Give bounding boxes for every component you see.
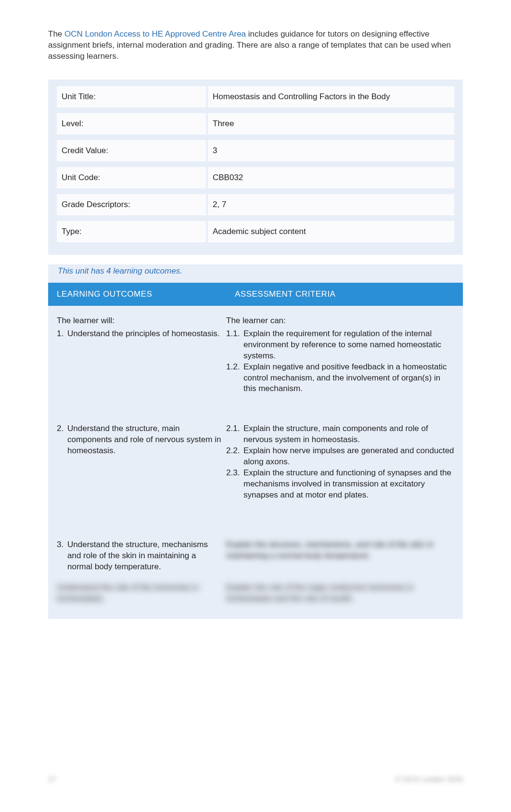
ac-number: 1.2. bbox=[226, 362, 243, 395]
page-footer: 27 © OCN London 2020 bbox=[48, 775, 463, 783]
ac-text: Explain how nerve impulses are generated… bbox=[243, 445, 454, 468]
lo-text: Understand the structure, main component… bbox=[67, 423, 221, 457]
table-row: Type: Academic subject content bbox=[48, 219, 463, 244]
lo-cell-blurred: Understand the role of the hormones in h… bbox=[57, 582, 226, 604]
grade-descriptors-label: Grade Descriptors: bbox=[57, 194, 206, 215]
table-row: Credit Value: 3 bbox=[48, 138, 463, 163]
ac-number: 2.3. bbox=[226, 468, 243, 501]
learner-can-text: The learner can: bbox=[226, 315, 454, 327]
ac-number: 2.1. bbox=[226, 423, 243, 445]
ac-cell-blurred: Explain the role of the major endocrine … bbox=[226, 582, 454, 604]
ac-number: 1.1. bbox=[226, 328, 243, 362]
unit-title-value: Homeostasis and Controlling Factors in t… bbox=[208, 86, 454, 107]
ac-cell: The learner can: 1.1. Explain the requir… bbox=[226, 315, 454, 395]
table-row: Level: Three bbox=[48, 111, 463, 136]
learning-outcomes-header: LEARNING OUTCOMES bbox=[48, 283, 226, 306]
unit-code-label: Unit Code: bbox=[57, 167, 206, 188]
assessment-criteria-header: ASSESSMENT CRITERIA bbox=[226, 283, 463, 306]
lo-item: 3. Understand the structure, mechanisms … bbox=[57, 539, 221, 573]
lo-text: Understand the principles of homeostasis… bbox=[67, 328, 221, 340]
ac-item: 2.2. Explain how nerve impulses are gene… bbox=[226, 445, 454, 468]
learning-outcomes-section: LEARNING OUTCOMES ASSESSMENT CRITERIA Th… bbox=[48, 283, 463, 619]
unit-info-table: Unit Title: Homeostasis and Controlling … bbox=[48, 79, 463, 255]
lo-row: 2. Understand the structure, main compon… bbox=[48, 399, 463, 506]
ac-item: 1.1. Explain the requirement for regulat… bbox=[226, 328, 454, 362]
ac-item: 1.2. Explain negative and positive feedb… bbox=[226, 362, 454, 395]
ac-item: 2.1. Explain the structure, main compone… bbox=[226, 423, 454, 445]
table-row: Unit Code: CBB032 bbox=[48, 165, 463, 190]
ac-text: Explain negative and positive feedback i… bbox=[243, 362, 454, 395]
ac-item: 2.3. Explain the structure and functioni… bbox=[226, 468, 454, 501]
lo-number: 3. bbox=[57, 539, 67, 573]
lo-row: 3. Understand the structure, mechanisms … bbox=[48, 506, 463, 577]
ac-text: Explain the structure and functioning of… bbox=[243, 468, 454, 501]
grade-descriptors-value: 2, 7 bbox=[208, 194, 454, 215]
table-row: Unit Title: Homeostasis and Controlling … bbox=[48, 84, 463, 109]
copyright-text: © OCN London 2020 bbox=[396, 775, 463, 783]
ac-cell: 2.1. Explain the structure, main compone… bbox=[226, 423, 454, 501]
table-row: Grade Descriptors: 2, 7 bbox=[48, 192, 463, 217]
level-label: Level: bbox=[57, 113, 206, 134]
ac-number: 2.2. bbox=[226, 445, 243, 468]
lo-cell: 3. Understand the structure, mechanisms … bbox=[57, 539, 226, 573]
type-label: Type: bbox=[57, 221, 206, 242]
lo-cell: The learner will: 1. Understand the prin… bbox=[57, 315, 226, 395]
lo-cell: 2. Understand the structure, main compon… bbox=[57, 423, 226, 501]
intro-prefix: The bbox=[48, 29, 64, 39]
intro-paragraph: The OCN London Access to HE Approved Cen… bbox=[48, 29, 463, 62]
centre-area-link[interactable]: OCN London Access to HE Approved Centre … bbox=[64, 29, 246, 39]
lo-row: The learner will: 1. Understand the prin… bbox=[48, 306, 463, 400]
level-value: Three bbox=[208, 113, 454, 134]
document-page: The OCN London Access to HE Approved Cen… bbox=[0, 0, 511, 812]
outcomes-count-note: This unit has 4 learning outcomes. bbox=[48, 264, 463, 283]
ac-text: Explain the requirement for regulation o… bbox=[243, 328, 454, 362]
lo-number: 2. bbox=[57, 423, 67, 457]
lo-item: 1. Understand the principles of homeosta… bbox=[57, 328, 221, 340]
lo-row-blurred: Understand the role of the hormones in h… bbox=[48, 577, 463, 609]
learner-will-text: The learner will: bbox=[57, 315, 221, 327]
lo-item: 2. Understand the structure, main compon… bbox=[57, 423, 221, 457]
credit-value-label: Credit Value: bbox=[57, 140, 206, 161]
ac-text: Explain the structure, main components a… bbox=[243, 423, 454, 445]
ac-cell-blurred: Explain the structure, mechanisms, and r… bbox=[226, 539, 454, 573]
unit-code-value: CBB032 bbox=[208, 167, 454, 188]
credit-value-value: 3 bbox=[208, 140, 454, 161]
unit-title-label: Unit Title: bbox=[57, 86, 206, 107]
type-value: Academic subject content bbox=[208, 221, 454, 242]
lo-text: Understand the structure, mechanisms and… bbox=[67, 539, 221, 573]
lo-number: 1. bbox=[57, 328, 67, 340]
page-number: 27 bbox=[48, 775, 56, 783]
lo-header-row: LEARNING OUTCOMES ASSESSMENT CRITERIA bbox=[48, 283, 463, 306]
